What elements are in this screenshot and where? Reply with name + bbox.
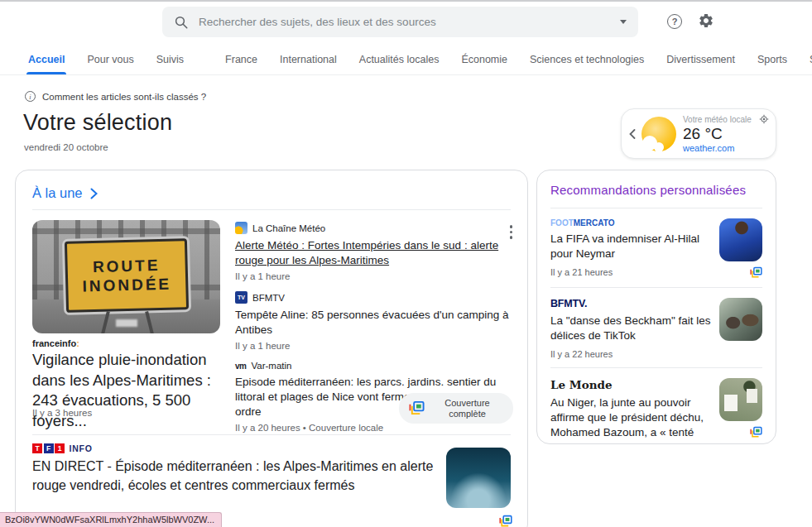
lead-article-title[interactable]: Vigilance pluie-inondation dans les Alpe… xyxy=(32,350,234,431)
tab-pour-vous[interactable]: Pour vous xyxy=(85,46,135,74)
recommendations-title: Recommandations personnalisées xyxy=(550,170,762,197)
tab-sports[interactable]: Sports xyxy=(756,46,789,74)
recommendation-title[interactable]: La FIFA va indemniser Al-Hilal pour Neym… xyxy=(550,232,711,261)
source-name: La Chaîne Météo xyxy=(252,223,325,233)
source-name: BFMTV xyxy=(252,293,285,303)
tab-divertissement[interactable]: Divertissement xyxy=(665,46,737,74)
ranking-info-link[interactable]: i Comment les articles sont-ils classés … xyxy=(25,91,206,102)
tab-accueil[interactable]: Accueil xyxy=(26,46,66,74)
recommendation-time: Il y a 21 heures xyxy=(550,267,711,277)
full-coverage-icon[interactable] xyxy=(750,266,762,279)
tab-actualites-locales[interactable]: Actualités locales xyxy=(358,46,441,74)
recommendation-item: FOOTMERCATO La FIFA va indemniser Al-Hil… xyxy=(550,208,762,287)
weather-temperature: 26 °C xyxy=(683,125,769,143)
weather-source-link[interactable]: weather.com xyxy=(683,143,769,153)
tf1-logo-1: 1 xyxy=(55,443,65,453)
recommendation-time: Il y a 22 heures xyxy=(550,349,711,359)
source-foot-mercato: FOOTMERCATO xyxy=(550,218,711,228)
source-name: franceinfo xyxy=(32,338,76,348)
full-coverage-button[interactable]: Couverture complète xyxy=(399,393,513,424)
tf1-info-label: INFO xyxy=(70,443,93,453)
chevron-left-icon[interactable] xyxy=(627,127,640,141)
full-coverage-icon[interactable] xyxy=(750,426,762,438)
tab-international[interactable]: International xyxy=(278,46,339,74)
recommendation-item: Le Monde Au Niger, la junte au pouvoir a… xyxy=(550,367,762,444)
recommendation-title[interactable]: La "danse des Beckham" fait les délices … xyxy=(550,314,711,343)
barrier-rail xyxy=(32,228,220,234)
sign-line-2: INONDÉE xyxy=(82,275,171,295)
full-coverage-icon[interactable] xyxy=(499,515,512,527)
related-article-title[interactable]: Tempête Aline: 85 personnes évacuées d'u… xyxy=(235,308,510,338)
lead-article-image[interactable]: ROUTE INONDÉE xyxy=(32,220,220,333)
tab-france[interactable]: France xyxy=(223,46,259,74)
lead-article-time: Il y a 3 heures xyxy=(32,408,92,418)
search-dropdown-caret-icon[interactable] xyxy=(620,20,627,24)
chevron-right-icon xyxy=(89,187,98,200)
sun-cloud-icon xyxy=(641,117,676,151)
second-article-title[interactable]: EN DIRECT - Épisode méditerranéen : les … xyxy=(32,458,444,495)
gear-icon[interactable] xyxy=(698,12,714,29)
divider xyxy=(32,209,511,210)
page-title: Votre sélection xyxy=(23,110,172,136)
source-le-monde: Le Monde xyxy=(550,378,711,391)
related-article: TV BFMTV Tempête Aline: 85 personnes éva… xyxy=(235,291,510,351)
beckham-article-image[interactable] xyxy=(719,298,762,341)
source-colon: : xyxy=(76,338,79,348)
neymar-article-image[interactable] xyxy=(719,218,762,261)
location-target-icon[interactable] xyxy=(759,114,769,124)
search-input[interactable] xyxy=(197,15,612,29)
tf1-logo-t: T xyxy=(32,443,42,453)
divider xyxy=(32,434,511,435)
bfmtv-logo-icon: TV xyxy=(235,291,247,304)
la-chaine-meteo-logo-icon xyxy=(235,222,247,234)
help-icon[interactable]: ? xyxy=(667,14,682,29)
full-coverage-icon xyxy=(409,400,425,416)
road-marking xyxy=(116,319,137,327)
related-article-title[interactable]: Alerte Météo : Fortes Intempéries dans l… xyxy=(235,238,510,268)
route-inondee-sign: ROUTE INONDÉE xyxy=(64,238,188,313)
footmercato-logo-part2: MERCATO xyxy=(574,218,615,228)
search-icon xyxy=(174,15,189,30)
var-matin-logo-icon: vm xyxy=(235,362,246,371)
sign-line-1: ROUTE xyxy=(92,256,160,275)
tab-sante[interactable]: Santé xyxy=(808,46,812,74)
source-tf1-info: T F 1 INFO xyxy=(32,443,93,453)
tf1-logo-f: F xyxy=(44,443,54,453)
footmercato-logo-part1: FOOT xyxy=(550,218,574,228)
google-news-page: ? Accueil Pour vous Suivis France Intern… xyxy=(0,0,812,527)
top-stories-header[interactable]: À la une xyxy=(32,185,98,201)
ranking-info-label: Comment les articles sont-ils classés ? xyxy=(42,92,206,102)
browser-edge xyxy=(0,0,812,2)
related-article-time: Il y a 20 heures • Couverture locale xyxy=(235,423,510,433)
rain-article-image[interactable] xyxy=(446,448,511,508)
source-bfmtv: BFMTV. xyxy=(550,298,711,309)
tab-economie[interactable]: Économie xyxy=(459,46,509,74)
source-name: Var-matin xyxy=(251,361,291,371)
sign-leg xyxy=(100,311,110,333)
recommendation-title[interactable]: Au Niger, la junte au pouvoir affirme qu… xyxy=(550,395,711,444)
weather-label: Votre météo locale xyxy=(683,115,752,124)
more-options-icon[interactable] xyxy=(507,222,517,242)
source-franceinfo: franceinfo: xyxy=(32,338,79,348)
niger-article-image[interactable] xyxy=(719,378,762,421)
sign-leg xyxy=(145,311,155,333)
tab-suivis[interactable]: Suivis xyxy=(155,46,185,74)
full-coverage-label: Couverture complète xyxy=(431,398,503,419)
status-bar-url: BzOi8vYWN0dWFsaXRlLmxhY2hhaW5lbWV0ZW... xyxy=(0,512,222,527)
section-title[interactable]: À la une xyxy=(32,185,83,201)
recommendations-card: Recommandations personnalisées FOOTMERCA… xyxy=(536,170,776,444)
info-icon: i xyxy=(25,91,36,102)
related-article-time: Il y a 1 heure xyxy=(235,341,510,351)
page-date: vendredi 20 octobre xyxy=(24,142,108,152)
related-article-time: Il y a 1 heure xyxy=(235,271,510,281)
weather-widget[interactable]: Votre météo locale 26 °C weather.com xyxy=(621,108,776,159)
recommendation-item: BFMTV. La "danse des Beckham" fait les d… xyxy=(550,287,762,367)
related-article: La Chaîne Météo Alerte Météo : Fortes In… xyxy=(235,222,510,281)
top-stories-card: À la une ROUTE INONDÉE franceinfo: Vigil… xyxy=(15,170,528,527)
nav-tabs: Accueil Pour vous Suivis France Internat… xyxy=(0,46,812,75)
tab-sciences-technologies[interactable]: Sciences et technologies xyxy=(528,46,646,74)
search-bar[interactable] xyxy=(162,7,638,37)
